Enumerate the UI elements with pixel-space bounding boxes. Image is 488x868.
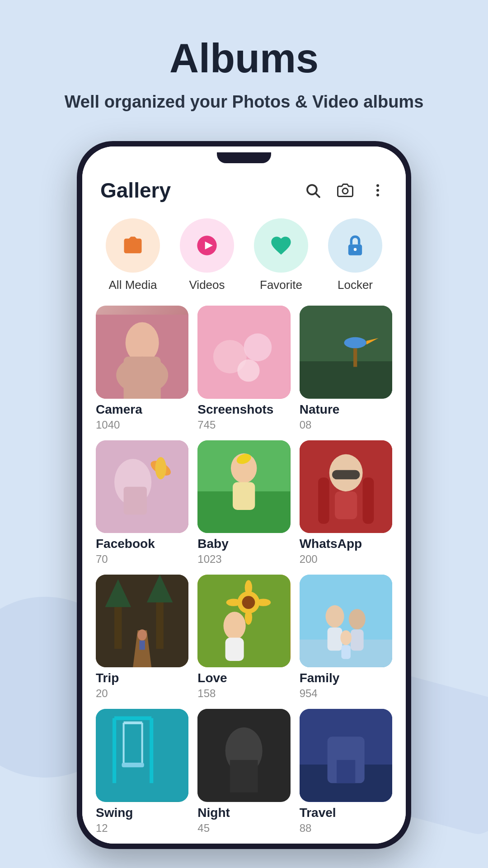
svg-rect-61 — [351, 629, 364, 651]
more-icon-button[interactable] — [368, 180, 388, 200]
app-header: Gallery — [96, 169, 392, 214]
svg-point-62 — [340, 630, 352, 645]
svg-point-54 — [224, 612, 246, 640]
svg-rect-36 — [335, 491, 357, 519]
album-name-love: Love — [197, 671, 290, 685]
album-name-baby: Baby — [197, 537, 290, 551]
album-thumb-whatsapp — [300, 440, 392, 533]
page-title: Albums — [65, 36, 424, 81]
album-name-family: Family — [300, 671, 392, 685]
svg-rect-74 — [230, 760, 258, 793]
album-screenshots[interactable]: Screenshots 745 — [197, 306, 290, 431]
album-count-extra1: 12 — [96, 822, 188, 835]
svg-point-51 — [245, 610, 252, 625]
album-facebook[interactable]: Facebook 70 — [96, 440, 188, 566]
album-name-trip: Trip — [96, 671, 188, 685]
svg-point-16 — [244, 334, 272, 362]
categories-row: All Media Videos — [96, 214, 392, 306]
album-name-extra3: Travel — [300, 806, 392, 820]
album-extra3[interactable]: Travel 88 — [300, 709, 392, 834]
album-count-extra2: 45 — [197, 822, 290, 835]
svg-point-53 — [256, 599, 271, 606]
album-whatsapp[interactable]: WhatsApp 200 — [300, 440, 392, 566]
category-locker[interactable]: Locker — [328, 218, 382, 292]
album-nature[interactable]: Nature 08 — [300, 306, 392, 431]
phone-top-bar — [82, 146, 406, 169]
album-extra2[interactable]: Night 45 — [197, 709, 290, 834]
page-subtitle: Well organized your Photos & Video album… — [65, 90, 424, 114]
album-count-whatsapp: 200 — [300, 553, 392, 566]
search-icon-button[interactable] — [303, 180, 323, 200]
videos-label: Videos — [189, 278, 225, 292]
album-count-extra3: 88 — [300, 822, 392, 835]
svg-point-4 — [376, 189, 379, 192]
favorite-circle — [254, 218, 308, 273]
album-count-family: 954 — [300, 687, 392, 700]
phone-mockup: Gallery — [77, 141, 411, 849]
album-thumb-baby — [197, 440, 290, 533]
album-name-whatsapp: WhatsApp — [300, 537, 392, 551]
album-baby[interactable]: Baby 1023 — [197, 440, 290, 566]
header-icons — [303, 180, 388, 200]
svg-point-45 — [137, 629, 147, 641]
svg-point-20 — [344, 337, 366, 349]
album-thumb-facebook — [96, 440, 188, 533]
album-name-nature: Nature — [300, 402, 392, 417]
album-family[interactable]: Family 954 — [300, 575, 392, 700]
album-thumb-nature — [300, 306, 392, 398]
svg-rect-22 — [353, 349, 357, 367]
album-count-nature: 08 — [300, 419, 392, 431]
album-camera[interactable]: Camera 1040 — [96, 306, 188, 431]
album-name-extra2: Night — [197, 806, 290, 820]
svg-point-5 — [376, 194, 379, 197]
phone-screen: Gallery — [82, 146, 406, 843]
svg-rect-38 — [362, 477, 374, 524]
svg-rect-13 — [124, 357, 161, 399]
album-name-screenshots: Screenshots — [197, 402, 290, 417]
category-all-media[interactable]: All Media — [106, 218, 160, 292]
svg-point-58 — [325, 605, 344, 627]
svg-rect-63 — [341, 645, 351, 659]
all-media-label: All Media — [109, 278, 157, 292]
album-love[interactable]: Love 158 — [197, 575, 290, 700]
album-name-facebook: Facebook — [96, 537, 188, 551]
svg-rect-31 — [233, 482, 255, 510]
svg-rect-78 — [337, 760, 355, 783]
svg-point-50 — [245, 580, 252, 595]
album-trip[interactable]: Trip 20 — [96, 575, 188, 700]
locker-circle — [328, 218, 382, 273]
album-name-camera: Camera — [96, 402, 188, 417]
album-thumb-extra1 — [96, 709, 188, 802]
svg-rect-42 — [156, 598, 163, 649]
album-count-facebook: 70 — [96, 553, 188, 566]
album-count-camera: 1040 — [96, 419, 188, 431]
album-thumb-extra3 — [300, 709, 392, 802]
videos-circle — [180, 218, 234, 273]
svg-point-60 — [348, 609, 365, 629]
page-header: Albums Well organized your Photos & Vide… — [38, 0, 451, 132]
locker-label: Locker — [338, 278, 373, 292]
album-thumb-extra2 — [197, 709, 290, 802]
album-thumb-screenshots — [197, 306, 290, 398]
all-media-circle — [106, 218, 160, 273]
svg-rect-46 — [140, 641, 145, 650]
svg-rect-25 — [124, 486, 147, 514]
album-thumb-love — [197, 575, 290, 667]
category-favorite[interactable]: Favorite — [254, 218, 308, 292]
svg-rect-19 — [300, 361, 392, 398]
camera-icon-button[interactable] — [335, 180, 355, 200]
album-thumb-camera — [96, 306, 188, 398]
category-videos[interactable]: Videos — [180, 218, 234, 292]
svg-point-9 — [354, 248, 357, 251]
album-count-baby: 1023 — [197, 553, 290, 566]
svg-point-2 — [343, 189, 348, 194]
albums-grid: Camera 1040 Screenshots 745 — [96, 306, 392, 843]
phone-notch — [217, 152, 271, 163]
album-extra1[interactable]: Swing 12 — [96, 709, 188, 834]
svg-rect-55 — [225, 637, 244, 660]
album-count-love: 158 — [197, 687, 290, 700]
favorite-label: Favorite — [260, 278, 302, 292]
svg-point-17 — [238, 359, 260, 382]
svg-rect-71 — [122, 763, 144, 767]
svg-rect-59 — [327, 627, 342, 651]
